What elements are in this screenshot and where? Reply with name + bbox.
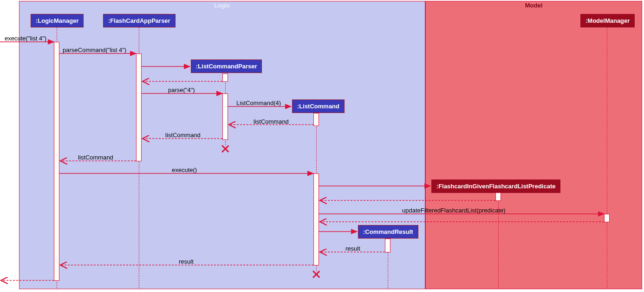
msg-return-listcommand-1: listCommand — [254, 118, 289, 125]
participant-flashcardappparser: :FlashCardAppParser — [103, 14, 176, 27]
participant-modelmanager: :ModelManager — [580, 14, 635, 27]
activation-modelmanager — [604, 214, 610, 222]
participant-predicate: :FlashcardInGivenFlashcardListPredicate — [431, 179, 560, 193]
frame-model-title: Model — [522, 1, 546, 9]
msg-updatefilteredlist: updateFilteredFlashcardList(predicate) — [402, 207, 506, 214]
activation-commandresult — [385, 239, 390, 252]
frame-logic-title: Logic — [211, 1, 233, 9]
msg-execute: execute() — [172, 166, 197, 173]
frame-model: Model — [425, 1, 642, 289]
msg-return-listcommand-2: listCommand — [165, 132, 201, 139]
msg-return-result-2: result — [179, 258, 194, 265]
activation-logicmanager — [54, 42, 59, 281]
destroy-listcommandparser — [221, 144, 230, 153]
activation-lcp-1 — [222, 73, 228, 82]
msg-execute-list4: execute("list 4") — [5, 35, 46, 42]
msg-listcommand4: ListCommand(4) — [236, 100, 281, 106]
participant-logicmanager: :LogicManager — [31, 14, 84, 27]
destroy-listcommand — [312, 270, 321, 279]
msg-return-result-1: result — [345, 245, 360, 252]
activation-listcommand-1 — [313, 113, 319, 126]
participant-listcommand: :ListCommand — [292, 100, 345, 113]
lifeline-modelmanager — [607, 27, 607, 288]
msg-parse4: parse("4") — [168, 86, 195, 93]
participant-listcommandparser: :ListCommandParser — [191, 60, 262, 73]
participant-commandresult: :CommandResult — [358, 225, 418, 239]
msg-return-listcommand-3: listCommand — [78, 154, 113, 161]
activation-lcp-2 — [222, 93, 228, 140]
msg-parsecommand: parseCommand("list 4") — [63, 46, 126, 53]
activation-predicate — [495, 192, 501, 201]
activation-parser-1 — [136, 53, 142, 161]
activation-listcommand-2 — [313, 173, 319, 265]
